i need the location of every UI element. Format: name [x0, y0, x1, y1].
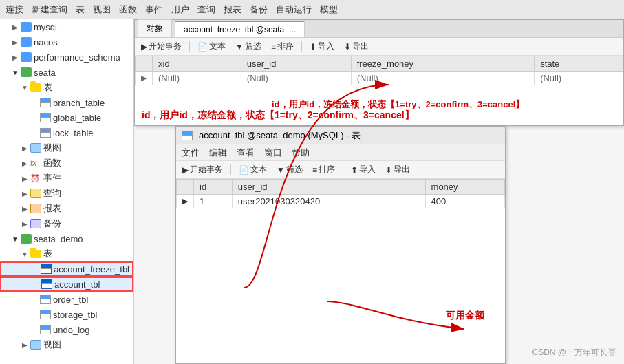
- btn-sort2[interactable]: ≡ 排序: [310, 163, 337, 176]
- arrow-icon: ▶: [11, 39, 19, 46]
- sidebar-item-seata-functions-folder[interactable]: ▶ fx 函数: [0, 156, 133, 171]
- sidebar-item-nacos[interactable]: ▶ nacos: [0, 34, 133, 50]
- menu-autorun[interactable]: 自动运行: [276, 3, 312, 16]
- btn-import[interactable]: ⬆ 导入: [308, 40, 336, 53]
- account-data-table: id user_id money ▶ 1 user2021030320420 4…: [176, 179, 505, 208]
- sidebar-item-seata-views-folder[interactable]: ▶ 视图: [0, 140, 133, 156]
- col-id[interactable]: id: [194, 180, 233, 195]
- btn-label: 排序: [277, 41, 294, 52]
- transaction-icon: ▶: [182, 165, 189, 175]
- sidebar-item-account-tbl[interactable]: ▶ account_tbl: [0, 277, 133, 292]
- sidebar-item-seata-events-folder[interactable]: ▶ ⏰ 事件: [0, 171, 133, 186]
- btn-text[interactable]: 📄 文本: [195, 40, 228, 53]
- btn-import2[interactable]: ⬆ 导入: [349, 163, 378, 176]
- menu-query[interactable]: 查询: [197, 3, 215, 16]
- btn-text2[interactable]: 📄 文本: [237, 163, 269, 176]
- col-freeze-money[interactable]: freeze_money: [351, 56, 534, 72]
- btn-label: 文本: [250, 164, 267, 175]
- menu-report[interactable]: 报表: [224, 3, 241, 16]
- btn-start-transaction[interactable]: ▶ 开始事务: [139, 40, 184, 53]
- sidebar-item-label: 视图: [43, 339, 61, 351]
- sidebar-item-storage-tbl[interactable]: ▶ storage_tbl: [0, 307, 133, 322]
- menu-file[interactable]: 文件: [182, 147, 200, 159]
- menu-table[interactable]: 表: [76, 3, 85, 16]
- btn-export[interactable]: ⬇ 导出: [342, 40, 371, 53]
- btn-label: 筛选: [286, 164, 303, 175]
- menu-connect[interactable]: 连接: [6, 3, 23, 16]
- backup-icon: [30, 219, 41, 228]
- btn-filter2[interactable]: ▼ 筛选: [275, 163, 305, 176]
- sidebar-item-account-freeze-tbl[interactable]: ▶ account_freeze_tbl: [0, 261, 133, 277]
- col-state[interactable]: state: [535, 56, 623, 72]
- menu-view[interactable]: 视图: [93, 3, 111, 16]
- arrow-icon: ▶: [11, 54, 19, 61]
- separator: [343, 164, 343, 175]
- text-icon: 📄: [197, 42, 208, 52]
- db-icon: [21, 67, 32, 77]
- sidebar-item-seata[interactable]: ▼ seata: [0, 65, 133, 80]
- sidebar-item-branch-table[interactable]: ▶ branch_table: [0, 95, 133, 110]
- col-money[interactable]: money: [425, 180, 504, 195]
- import-icon: ⬆: [351, 165, 358, 175]
- sidebar-item-performance-schema[interactable]: ▶ performance_schema: [0, 50, 133, 65]
- sidebar-item-mysql[interactable]: ▶ mysql: [0, 19, 133, 34]
- sidebar-item-seata-backup-folder[interactable]: ▶ 备份: [0, 216, 133, 231]
- sidebar-item-seata-reports-folder[interactable]: ▶ 报表: [0, 201, 133, 216]
- menu-help[interactable]: 帮助: [292, 147, 310, 159]
- btn-filter[interactable]: ▼ 筛选: [233, 40, 263, 53]
- sidebar-item-label: nacos: [34, 37, 58, 47]
- menu-model[interactable]: 模型: [320, 3, 338, 16]
- menu-backup[interactable]: 备份: [250, 3, 268, 16]
- menu-view[interactable]: 查看: [237, 147, 255, 159]
- sidebar-item-order-tbl[interactable]: ▶ order_tbl: [0, 292, 133, 307]
- table-content: xid user_id freeze_money state ▶ (Null) …: [135, 56, 623, 85]
- col-xid[interactable]: xid: [153, 56, 241, 72]
- sidebar-item-seata-demo[interactable]: ▼ seata_demo: [0, 231, 133, 246]
- window2-titlebar: account_tbl @seata_demo (MySQL) - 表: [176, 127, 505, 144]
- btn-label: 开始事务: [149, 41, 182, 52]
- sidebar-item-seata-demo-tables-folder[interactable]: ▼ 表: [0, 246, 133, 261]
- tab-object[interactable]: 对象: [138, 19, 172, 37]
- sidebar-item-seata-queries-folder[interactable]: ▶ 查询: [0, 186, 133, 201]
- main-container: 连接 新建查询 表 视图 函数 事件 用户 查询 报表 备份 自动运行 模型 ▶…: [0, 0, 624, 364]
- sidebar-item-label: 报表: [43, 202, 61, 215]
- sidebar-item-label: 事件: [43, 172, 61, 184]
- content-area: ▶ mysql ▶ nacos ▶ performance_schema ▼ s…: [0, 19, 624, 364]
- annotation-freeze: id，用户id，冻结金额，状态【1=try、2=confirm、3=cancel…: [142, 109, 414, 122]
- sidebar-item-global-table[interactable]: ▶ global_table: [0, 110, 133, 125]
- table-icon: [182, 131, 193, 140]
- sidebar-item-seata-demo-views-folder[interactable]: ▶ 视图: [0, 337, 133, 352]
- sidebar-item-undo-log[interactable]: ▶ undo_log: [0, 322, 133, 337]
- tab-freeze-data[interactable]: account_freeze_tbl @seata_...: [175, 21, 305, 37]
- btn-sort[interactable]: ≡ 排序: [269, 40, 296, 53]
- menu-new-query[interactable]: 新建查询: [32, 3, 67, 16]
- view-icon: [30, 143, 41, 153]
- sidebar-item-label: seata: [34, 67, 56, 78]
- separator: [301, 41, 302, 52]
- sidebar-item-label: undo_log: [53, 325, 90, 335]
- btn-start-transaction2[interactable]: ▶ 开始事务: [180, 163, 225, 176]
- db-icon: [21, 22, 32, 32]
- watermark: CSDN @一万年可长否: [532, 347, 616, 358]
- sidebar-item-label: seata_demo: [34, 234, 83, 244]
- sidebar-item-lock-table[interactable]: ▶ lock_table: [0, 125, 133, 140]
- sidebar-item-label: branch_table: [53, 98, 105, 108]
- top-toolbar: 连接 新建查询 表 视图 函数 事件 用户 查询 报表 备份 自动运行 模型: [0, 0, 624, 19]
- btn-label: 开始事务: [190, 164, 223, 175]
- menu-window[interactable]: 窗口: [264, 147, 282, 159]
- menu-function[interactable]: 函数: [119, 3, 137, 16]
- btn-label: 导出: [352, 41, 369, 52]
- col-user-id[interactable]: user_id: [241, 56, 351, 72]
- arrow-icon: ▶: [21, 160, 29, 167]
- text-icon: 📄: [239, 165, 249, 175]
- sort-icon: ≡: [312, 165, 317, 175]
- col-user-id[interactable]: user_id: [232, 180, 425, 195]
- btn-export2[interactable]: ⬇ 导出: [383, 163, 412, 176]
- menu-user[interactable]: 用户: [171, 3, 189, 16]
- menu-event[interactable]: 事件: [145, 3, 163, 16]
- menu-edit[interactable]: 编辑: [209, 147, 227, 159]
- db-icon: [21, 234, 32, 244]
- window2-menu: 文件 编辑 查看 窗口 帮助: [176, 144, 505, 161]
- cell-xid: (Null): [153, 72, 241, 85]
- sidebar-item-seata-tables-folder[interactable]: ▼ 表: [0, 80, 133, 95]
